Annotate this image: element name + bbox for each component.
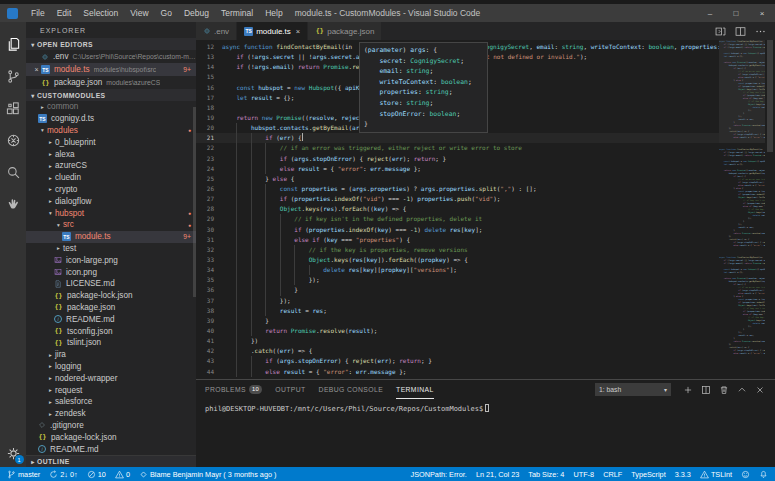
status-2-0[interactable]: 2↓ 0↑ xyxy=(49,470,77,479)
status-jsonpath-error[interactable]: JSONPath: Error. xyxy=(411,470,467,479)
terminal-select[interactable]: 1: bash ▾ xyxy=(595,383,671,396)
tree-item-cognigy.d.ts[interactable]: TScognigy.d.ts xyxy=(26,113,196,125)
code-line: 25 } else { xyxy=(196,174,719,184)
menu-edit[interactable]: Edit xyxy=(51,8,78,18)
chevron-right-icon: ▸ xyxy=(46,387,55,393)
status-tab-size-4[interactable]: Tab Size: 4 xyxy=(528,470,564,479)
trash-icon[interactable] xyxy=(719,385,729,395)
close-window-button[interactable]: × xyxy=(749,4,775,22)
open-changes-icon[interactable] xyxy=(715,26,726,37)
activity-source-control[interactable] xyxy=(0,60,26,92)
tree-item-README.md[interactable]: iREADME.md xyxy=(26,443,196,455)
tree-item-salesforce[interactable]: ▸salesforce xyxy=(26,396,196,408)
tree-item-package-lock.json[interactable]: {}package-lock.json xyxy=(26,290,196,302)
tab-.env[interactable]: .env xyxy=(196,22,237,40)
tree-item-package-lock.json[interactable]: {}package-lock.json xyxy=(26,431,196,443)
tree-item-crypto[interactable]: ▸crypto xyxy=(26,184,196,196)
panel-tab-terminal[interactable]: TERMINAL xyxy=(396,380,434,399)
tree-item-cluedin[interactable]: ▸cluedin xyxy=(26,172,196,184)
tree-item-common[interactable]: ▸common xyxy=(26,101,196,113)
maximize-window-button[interactable]: □ xyxy=(723,4,749,22)
tree-item-icon-large.png[interactable]: icon-large.png xyxy=(26,254,196,266)
open-editor-module.ts[interactable]: ×TSmodule.tsmodules\hubspot\src9+ xyxy=(26,63,196,76)
activity-search[interactable] xyxy=(0,156,26,188)
status-10[interactable]: 10 xyxy=(87,470,106,479)
menu-view[interactable]: View xyxy=(124,8,154,18)
menu-go[interactable]: Go xyxy=(155,8,178,18)
tree-item-tsconfig.json[interactable]: {}tsconfig.json xyxy=(26,325,196,337)
status-ln-21-col-23[interactable]: Ln 21, Col 23 xyxy=(476,470,519,479)
tree-item-logging[interactable]: ▸logging xyxy=(26,361,196,373)
panel-tab-output[interactable]: OUTPUT xyxy=(275,380,305,399)
menu-file[interactable]: File xyxy=(25,8,51,18)
close-icon[interactable]: × xyxy=(32,66,41,73)
status-utf-8[interactable]: UTF-8 xyxy=(573,470,594,479)
status-blame-benjamin-mayr-3-months-ago[interactable]: Blame Benjamin Mayr ( 3 months ago ) xyxy=(139,470,277,479)
tree-item-modules[interactable]: ▾modules● xyxy=(26,125,196,137)
tree-item-hubspot[interactable]: ▾hubspot● xyxy=(26,207,196,219)
status-tslint[interactable]: TSLint xyxy=(700,470,732,479)
open-editor-package.json[interactable]: {}package.jsonmodules\azureCS xyxy=(26,76,196,89)
chevron-up-icon[interactable] xyxy=(737,385,747,395)
tree-item-tslint.json[interactable]: {}tslint.json xyxy=(26,337,196,349)
status-smiley-icon[interactable] xyxy=(741,470,750,479)
tree-item-zendesk[interactable]: ▸zendesk xyxy=(26,408,196,420)
tree-item-jira[interactable]: ▸jira xyxy=(26,349,196,361)
tree-item-src[interactable]: ▾src● xyxy=(26,219,196,231)
manage-button[interactable]: 1 xyxy=(6,446,21,461)
outline-header[interactable]: ▸ OUTLINE xyxy=(26,455,196,467)
line-number: 34 xyxy=(196,265,222,275)
menu-terminal[interactable]: Terminal xyxy=(215,8,259,18)
tree-item-alexa[interactable]: ▸alexa xyxy=(26,148,196,160)
status-bell-icon[interactable] xyxy=(759,470,768,479)
project-section-header[interactable]: ▾ CUSTOMMODULES xyxy=(26,89,196,101)
menu-selection[interactable]: Selection xyxy=(77,8,124,18)
tree-item-request[interactable]: ▸request xyxy=(26,384,196,396)
menu-debug[interactable]: Debug xyxy=(178,8,215,18)
activity-hand-extension[interactable] xyxy=(0,188,26,220)
tree-item-azureCS[interactable]: ▸azureCS xyxy=(26,160,196,172)
open-editor-.env[interactable]: .envC:\Users\Phil\Source\Repos\custom-mo… xyxy=(26,50,196,63)
panel-tab-problems[interactable]: PROBLEMS10 xyxy=(205,380,262,399)
tree-item-README.md[interactable]: iREADME.md xyxy=(26,313,196,325)
status-3-3-3[interactable]: 3.3.3 xyxy=(675,470,691,479)
status-label: TypeScript xyxy=(631,470,665,479)
activity-debug[interactable] xyxy=(0,124,26,156)
minimap-slider[interactable] xyxy=(719,40,765,143)
more-actions-icon[interactable] xyxy=(755,26,766,37)
minimize-window-button[interactable]: – xyxy=(697,4,723,22)
tree-item-.gitignore[interactable]: .gitignore xyxy=(26,420,196,432)
split-terminal-icon[interactable] xyxy=(701,385,711,395)
line-number: 37 xyxy=(196,296,222,306)
tree-item-package.json[interactable]: {}package.json xyxy=(26,302,196,314)
minimap[interactable]: async function findContactByEmail(in sec… xyxy=(719,40,765,379)
status-0[interactable]: 0 xyxy=(115,470,130,479)
tree-item-0_blueprint[interactable]: ▸0_blueprint xyxy=(26,136,196,148)
code-line: 35 }); xyxy=(196,275,719,285)
close-icon[interactable] xyxy=(755,385,765,395)
tree-item-module.ts[interactable]: TSmodule.ts9+ xyxy=(26,231,196,243)
panel-tab-debug-console[interactable]: DEBUG CONSOLE xyxy=(319,380,384,399)
terminal[interactable]: phil@DESKTOP-HUVEDBT:/mnt/c/Users/Phil/S… xyxy=(196,399,775,467)
menu-help[interactable]: Help xyxy=(259,8,288,18)
tree-item-dialogflow[interactable]: ▸dialogflow xyxy=(26,195,196,207)
editor-scrollbar[interactable] xyxy=(765,40,775,379)
scrollbar-thumb[interactable] xyxy=(767,40,773,152)
split-editor-icon[interactable] xyxy=(735,26,746,37)
plus-icon[interactable] xyxy=(683,385,693,395)
panel-tab-label: PROBLEMS xyxy=(205,386,246,393)
open-editors-header[interactable]: ▾ OPEN EDITORS xyxy=(26,38,196,50)
tree-item-icon.png[interactable]: icon.png xyxy=(26,266,196,278)
ts-file-icon: TS xyxy=(38,114,47,123)
status-typescript[interactable]: TypeScript xyxy=(631,470,665,479)
tab-package.json[interactable]: {}package.json xyxy=(308,22,382,40)
close-icon[interactable]: × xyxy=(296,27,300,36)
status-crlf[interactable]: CRLF xyxy=(603,470,622,479)
tree-item-nodered-wrapper[interactable]: ▸nodered-wrapper xyxy=(26,372,196,384)
tab-module.ts[interactable]: TSmodule.ts× xyxy=(237,22,308,40)
tree-item-LICENSE.md[interactable]: LICENSE.md xyxy=(26,278,196,290)
tree-item-test[interactable]: ▸test xyxy=(26,243,196,255)
status-master[interactable]: master xyxy=(7,470,40,479)
activity-extensions[interactable] xyxy=(0,92,26,124)
activity-explorer[interactable] xyxy=(0,28,26,60)
